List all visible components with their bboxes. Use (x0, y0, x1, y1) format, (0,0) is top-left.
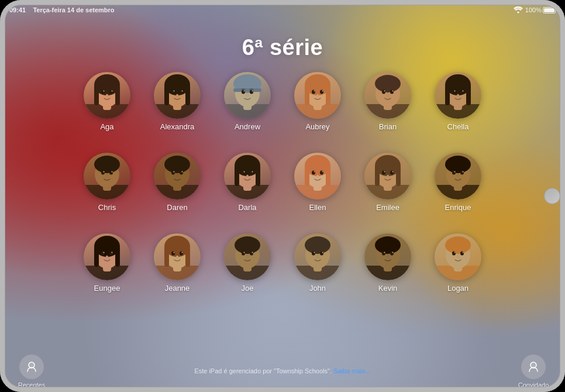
svg-point-78 (106, 175, 108, 178)
student-name-john: John (309, 284, 326, 293)
svg-point-120 (382, 171, 385, 175)
avatar-alexandra (154, 72, 201, 119)
recentes-button[interactable]: Recentes (14, 355, 49, 388)
avatar-joe (224, 233, 271, 280)
svg-point-9 (104, 91, 105, 92)
managed-text: Este iPad é gerenciado por "Township Sch… (49, 367, 516, 376)
svg-point-155 (180, 252, 183, 256)
student-aga[interactable]: Aga (75, 72, 139, 148)
status-time: 09:41 (9, 6, 26, 13)
svg-point-129 (445, 156, 471, 173)
svg-point-68 (457, 94, 459, 97)
student-darla[interactable]: Darla (215, 153, 280, 229)
student-logan[interactable]: Logan (426, 233, 490, 310)
student-alexandra[interactable]: Alexandra (145, 72, 209, 148)
student-name-darla: Darla (238, 203, 256, 212)
svg-point-8 (109, 90, 113, 94)
battery-bar (543, 7, 556, 13)
svg-point-187 (392, 252, 394, 253)
student-name-alexandra: Alexandra (160, 122, 195, 131)
student-brian[interactable]: Brian (356, 72, 420, 148)
student-daren[interactable]: Daren (145, 153, 209, 229)
student-emilee[interactable]: Emilee (356, 153, 420, 229)
student-andrew[interactable]: Andrew (215, 72, 280, 148)
svg-point-193 (445, 236, 471, 254)
convidado-label: Convidado (518, 381, 549, 388)
avatar-aga (84, 72, 130, 119)
student-ellen[interactable]: Ellen (285, 153, 350, 229)
svg-rect-152 (164, 246, 169, 267)
battery-percent: 100% (525, 6, 542, 13)
svg-rect-95 (256, 166, 260, 186)
svg-point-85 (180, 171, 183, 175)
svg-point-165 (250, 252, 253, 256)
ipad-frame: 09:41 Terça-feira 14 de setembro 100% (0, 0, 565, 392)
svg-point-43 (320, 90, 323, 94)
svg-point-124 (387, 175, 389, 178)
avatar-chris (84, 153, 130, 200)
student-name-andrew: Andrew (235, 122, 260, 131)
student-john[interactable]: John (285, 233, 350, 310)
svg-point-186 (384, 252, 385, 253)
svg-point-55 (392, 91, 394, 92)
student-kevin[interactable]: Kevin (356, 233, 420, 310)
svg-point-54 (384, 91, 385, 92)
svg-point-121 (390, 171, 394, 175)
svg-point-185 (390, 252, 394, 256)
status-bar: 09:41 Terça-feira 14 de setembro 100% (0, 0, 565, 16)
avatar-aubrey (294, 72, 341, 119)
student-name-aubrey: Aubrey (305, 122, 329, 131)
svg-point-168 (246, 256, 249, 259)
svg-point-163 (235, 236, 260, 254)
svg-point-144 (104, 252, 105, 253)
svg-rect-17 (164, 85, 169, 105)
guest-icon (521, 355, 546, 379)
svg-point-178 (316, 256, 319, 259)
student-chris[interactable]: Chris (75, 153, 139, 229)
svg-point-22 (182, 91, 183, 92)
svg-point-131 (460, 171, 464, 175)
student-name-chella: Chella (447, 122, 469, 131)
svg-point-30 (242, 90, 245, 94)
svg-point-173 (305, 236, 330, 254)
battery-fill (544, 8, 554, 12)
student-enrique[interactable]: Enrique (426, 153, 490, 229)
status-date: Terça-feira 14 de setembro (33, 6, 114, 13)
avatar-chella (435, 72, 481, 119)
svg-rect-107 (326, 166, 330, 186)
student-chella[interactable]: Chella (426, 72, 490, 148)
svg-point-130 (452, 171, 456, 175)
recents-icon (19, 355, 44, 379)
svg-point-110 (314, 171, 315, 173)
learn-more-link[interactable]: Saiba mais... (333, 367, 371, 374)
svg-point-167 (252, 252, 253, 253)
student-eungee[interactable]: Eungee (75, 233, 139, 310)
student-joe[interactable]: Joe (215, 233, 280, 310)
svg-point-83 (164, 156, 190, 173)
student-aubrey[interactable]: Aubrey (285, 72, 350, 148)
svg-point-53 (390, 90, 394, 94)
svg-point-154 (171, 252, 175, 256)
bottom-bar: Recentes Este iPad é gerenciado por "Tow… (0, 351, 565, 392)
svg-rect-141 (115, 246, 120, 267)
student-name-brian: Brian (379, 122, 397, 131)
students-grid: Aga (75, 72, 490, 310)
svg-rect-153 (185, 246, 190, 267)
svg-point-20 (180, 90, 183, 94)
svg-rect-18 (185, 85, 190, 105)
avatar-logan (435, 233, 481, 280)
battery-icon: 100% (525, 6, 556, 13)
svg-point-194 (452, 252, 456, 256)
svg-rect-119 (396, 166, 401, 186)
svg-point-99 (252, 171, 253, 173)
home-button[interactable] (544, 188, 560, 204)
svg-point-174 (312, 252, 315, 256)
svg-rect-118 (375, 166, 380, 186)
avatar-kevin (364, 233, 411, 280)
recentes-label: Recentes (18, 381, 45, 388)
student-name-joe: Joe (242, 284, 254, 293)
svg-point-195 (460, 252, 464, 256)
convidado-button[interactable]: Convidado (516, 355, 551, 388)
svg-point-184 (382, 252, 385, 256)
student-jeanne[interactable]: Jeanne (145, 233, 209, 310)
